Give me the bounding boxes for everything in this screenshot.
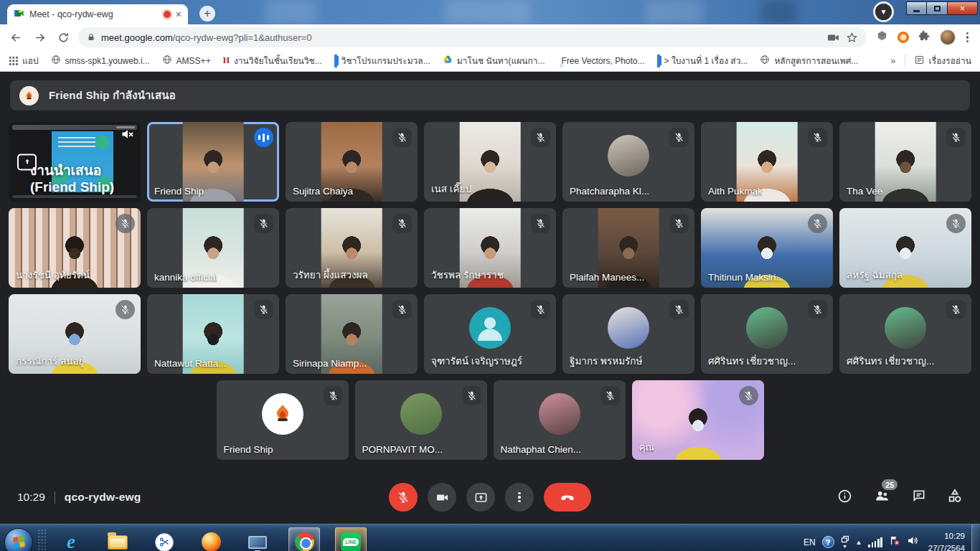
more-options-button[interactable] [505, 483, 534, 512]
line-taskbar-icon[interactable]: LINE [335, 527, 367, 551]
extension-orange-icon[interactable] [897, 32, 909, 43]
participant-name: Thitinun Maksiri... [708, 272, 784, 283]
participant-tile[interactable]: เนส เคี๊ยป [424, 122, 556, 202]
participant-tile[interactable]: งานนำเสนอ(Friend Ship) [9, 122, 141, 202]
participant-name: นางรัชนี อุทัยรัตน์ [16, 267, 90, 283]
divider [905, 55, 905, 67]
show-desktop-button[interactable] [971, 524, 980, 551]
show-hidden-icons[interactable]: ▲ [856, 539, 862, 546]
avatar [400, 393, 442, 435]
bookmark-item[interactable]: หลักสูตรการสอนเพศ... [760, 54, 858, 67]
chrome-taskbar-icon[interactable] [288, 527, 320, 551]
bookmark-item[interactable]: smss-spk1.youweb.i... [51, 55, 150, 67]
bookmark-item[interactable]: วิชาโปรแกรมประมวล... [334, 54, 430, 67]
bookmark-label: AMSS++ [176, 56, 211, 66]
participant-tile[interactable]: Thitinun Maksiri... [701, 208, 833, 288]
bookmarks-overflow-icon[interactable]: » [890, 55, 895, 66]
bookmark-label: มาโนช นันทา(แผนกา... [457, 54, 545, 67]
help-tray-icon[interactable]: ? [822, 536, 834, 548]
participant-tile[interactable]: Phatcharapha Kl... [562, 122, 694, 202]
participant-tile[interactable]: ศศิรินทร เชี่ยวชาญ... [839, 294, 971, 374]
snipping-taskbar-icon[interactable] [149, 527, 180, 551]
activities-icon[interactable] [947, 488, 963, 507]
participant-tile[interactable]: Friend Ship [147, 122, 279, 202]
participant-tile[interactable]: Tha Vee [839, 122, 971, 202]
firefox-taskbar-icon[interactable] [195, 527, 227, 551]
participant-tile[interactable]: Plaifah Manees... [562, 208, 694, 288]
mic-off-icon [531, 128, 550, 147]
close-button[interactable]: × [948, 1, 978, 15]
ie-taskbar-icon[interactable]: e [55, 527, 87, 551]
participant-tile[interactable]: Sujitra Chaiya [286, 122, 418, 202]
start-button[interactable] [4, 528, 33, 551]
divider [55, 491, 55, 504]
browser-menu-icon[interactable] [965, 31, 970, 44]
bookmark-label: วิชาโปรแกรมประมวล... [341, 54, 430, 67]
info-icon[interactable] [837, 489, 852, 507]
tray-clock[interactable]: 10:29 27/7/2564 [928, 530, 965, 551]
participant-tile[interactable]: ศศิรินทร เชี่ยวชาญ... [701, 294, 833, 374]
recording-indicator-icon [164, 11, 171, 18]
profile-avatar[interactable] [940, 29, 956, 45]
participant-tile[interactable]: Friend Ship [217, 380, 349, 460]
participant-tile[interactable]: นางรัชนี อุทัยรัตน์ [9, 208, 141, 288]
bookmark-star-icon[interactable] [846, 32, 858, 44]
new-tab-button[interactable]: + [199, 6, 215, 22]
clock-text: 10:29 [17, 491, 45, 504]
participant-name: จุฑารัตน์ เจริญราษฎร์ [431, 353, 522, 369]
bookmark-item[interactable]: Hงานวิจัยในชั้นเรียนวิช... [223, 54, 322, 67]
participant-tile[interactable]: สหรัฐ ฉิมสกุล [839, 208, 971, 288]
mic-off-icon [669, 128, 689, 147]
participant-tile[interactable]: Aith Pukmak [701, 122, 833, 202]
volume-tray-icon[interactable] [907, 534, 919, 550]
participant-tile[interactable]: Nathaphat Chien... [494, 380, 626, 460]
participant-tile[interactable]: คุณ [632, 380, 764, 460]
wallpaper-blob [265, 0, 316, 24]
participant-tile[interactable]: Sirinapa Niamp... [286, 294, 418, 374]
action-center-flag-icon[interactable] [889, 535, 900, 549]
circle-down-arrow-icon[interactable]: ▼ [873, 1, 894, 22]
reload-icon[interactable] [55, 29, 72, 46]
meet-right-icons: 25 [837, 488, 963, 507]
bookmark-item[interactable]: AMSS++ [162, 55, 211, 67]
present-button[interactable] [466, 483, 495, 512]
maximize-button[interactable] [927, 1, 948, 15]
tile-row: Friend ShipPORNPAVIT MO...Nathaphat Chie… [8, 380, 972, 460]
tab-close-icon[interactable]: × [176, 9, 182, 19]
address-bar[interactable]: meet.google.com/qco-rydw-ewg?pli=1&authu… [78, 27, 867, 47]
participant-tile[interactable]: จุฑารัตน์ เจริญราษฎร์ [424, 294, 556, 374]
reading-list-button[interactable]: เรื่องรออ่าน [914, 54, 971, 67]
display-taskbar-icon[interactable] [242, 527, 273, 551]
language-indicator[interactable]: EN [804, 537, 816, 547]
browser-tab[interactable]: Meet - qco-rydw-ewg × [7, 4, 188, 24]
people-button[interactable]: 25 [873, 488, 891, 507]
explorer-taskbar-icon[interactable] [102, 527, 133, 551]
mic-muted-button[interactable] [389, 483, 418, 512]
bookmark-item[interactable]: มาโนช นันทา(แผนกา... [443, 54, 545, 67]
globe-favicon-icon [51, 55, 61, 67]
back-icon[interactable] [7, 29, 24, 46]
camera-in-use-icon[interactable] [826, 31, 840, 44]
puzzle-extension-icon[interactable] [918, 30, 930, 45]
restore-window-tray-icon[interactable]: ▼ [841, 535, 849, 549]
bookmark-item[interactable]: > ใบงานที่ 1 เรื่อง ส่ว... [657, 54, 748, 67]
participant-tile[interactable]: Nattawut Ratta... [147, 294, 279, 374]
participant-tile[interactable]: วัชรพล รักษาราช [424, 208, 556, 288]
globe-favicon-icon [162, 55, 172, 67]
camera-button[interactable] [428, 483, 456, 512]
end-call-button[interactable] [544, 483, 591, 512]
apps-shortcut[interactable]: แอป [9, 54, 39, 67]
forward-icon[interactable] [31, 29, 48, 46]
bookmark-label: หลักสูตรการสอนเพศ... [774, 54, 858, 67]
participant-tile[interactable]: ฐิมากร พรหมรักษ์ [562, 294, 694, 374]
participant-tile[interactable]: กรรณิการ์ สนอยู่ [9, 294, 141, 374]
minimize-button[interactable] [906, 1, 927, 15]
participant-tile[interactable]: kannika official [147, 208, 279, 288]
participant-tile[interactable]: PORNPAVIT MO... [355, 380, 487, 460]
network-signal-icon[interactable] [868, 537, 882, 547]
extension-box-icon[interactable] [876, 30, 888, 45]
participant-tile[interactable]: วรัทยา ผึ้งแสวงผล [286, 208, 418, 288]
mic-off-icon [808, 300, 827, 319]
bookmark-item[interactable]: Free Vectors, Photo... [557, 56, 644, 66]
chat-icon[interactable] [912, 489, 926, 506]
